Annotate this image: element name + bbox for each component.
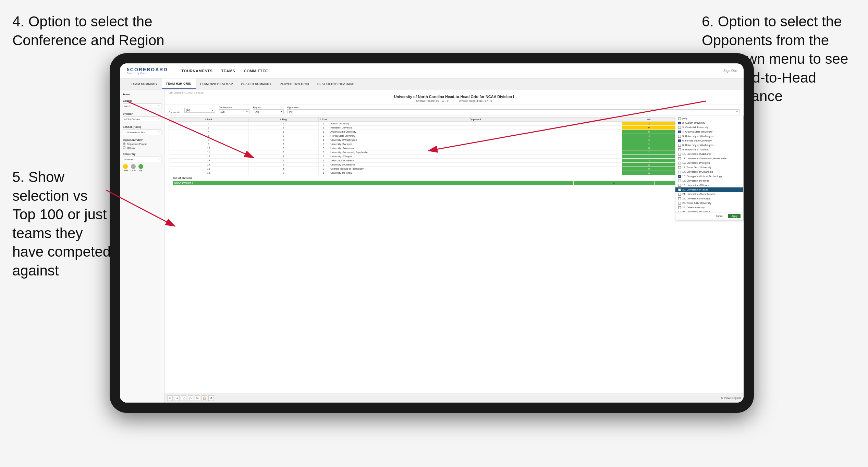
toolbar-refresh[interactable]: ↺: [208, 395, 214, 401]
top100-radio[interactable]: Top 100: [123, 146, 161, 149]
opponent-select[interactable]: (All) ▾: [287, 109, 739, 114]
grid-area-wrapper: # Rank # Reg # Conf Opponent Win Loss 2: [164, 116, 744, 393]
opponent-view-section: Opponent View Opponents Played Top 100: [123, 138, 161, 149]
col-opponent: Opponent: [329, 118, 622, 122]
col-win: Win: [622, 118, 676, 122]
dropdown-item[interactable]: 16. University of Florida: [675, 179, 743, 183]
nav-sign-out[interactable]: Sign Out: [723, 69, 737, 73]
table-row: 16 2 1 University of Florida 1 1: [169, 171, 739, 175]
table-row: 3 2 1 Vanderbilt University 0 4: [169, 126, 739, 130]
toolbar-forward[interactable]: ▷: [188, 395, 193, 401]
region-select[interactable]: (All) ▾: [253, 109, 284, 114]
cell-win: 2: [622, 122, 676, 126]
sub-nav-player-h2h-grid[interactable]: PLAYER H2H GRID: [276, 78, 313, 89]
table-row: 2 1 1 Auburn University 2 1: [169, 122, 739, 126]
cell-opponent: University of Florida: [329, 171, 622, 175]
opponents-played-label: Opponents Played: [127, 143, 147, 145]
cell-opponent: Auburn University: [329, 122, 622, 126]
opponent-label: Opponent: [287, 106, 739, 109]
dropdown-item[interactable]: 5. University of Washington: [675, 134, 743, 138]
table-row: 12 3 2 University of Virginia 1 0: [169, 155, 739, 159]
legend-level-label: Level: [131, 170, 135, 172]
sub-nav-team-summary[interactable]: TEAM SUMMARY: [127, 78, 162, 89]
cancel-button[interactable]: Cancel: [713, 214, 726, 218]
content-area: Team Gender Men's ▾ Division NCAA Divisi…: [120, 89, 744, 403]
dropdown-item-label: 13. Texas Tech University: [682, 166, 711, 169]
checkbox-icon: [678, 135, 681, 138]
data-table-container: # Rank # Reg # Conf Opponent Win Loss 2: [164, 116, 744, 393]
cell-conf: 3: [318, 150, 329, 155]
colour-by-input[interactable]: Win/loss ▾: [123, 157, 161, 162]
apply-button[interactable]: Apply: [728, 214, 741, 218]
dropdown-item[interactable]: 24. Duke University: [675, 205, 743, 210]
nav-teams[interactable]: TEAMS: [221, 69, 235, 73]
toolbar-copy[interactable]: ⧉: [195, 395, 200, 401]
dropdown-item[interactable]: 18. University of Illinois: [675, 183, 743, 187]
opponents-select[interactable]: (All) ▾: [184, 108, 215, 113]
toolbar-back[interactable]: ◁: [181, 395, 186, 401]
dropdown-item[interactable]: 9. University of Arizona: [675, 147, 743, 152]
legend-down: Down: [123, 164, 128, 172]
table-row: 9 3 3 University of Arizona 1 0: [169, 142, 739, 146]
cell-opponent: Florida State University: [329, 134, 622, 138]
cell-conf: 1: [318, 138, 329, 142]
dropdown-item[interactable]: 23. Texas A&M University: [675, 201, 743, 205]
filter-opponent: Opponent (All) ▾: [287, 106, 739, 114]
dropdown-item[interactable]: 11. University of Arkansas, Fayetteville: [675, 156, 743, 161]
dropdown-item[interactable]: 3. Vanderbilt University: [675, 125, 743, 130]
dropdown-item[interactable]: 20. University of Texas: [675, 187, 743, 192]
dropdown-item[interactable]: 14. University of Oklahoma: [675, 170, 743, 174]
dropdown-item[interactable]: 8. University of Washington: [675, 143, 743, 147]
dropdown-item[interactable]: ✓2. Auburn University: [675, 121, 743, 125]
dropdown-item[interactable]: 21. University of New Mexico: [675, 192, 743, 196]
dropdown-item-label: 9. University of Arizona: [682, 148, 709, 151]
cell-conf: 2: [318, 155, 329, 159]
cell-opponent: University of Alabama: [329, 146, 622, 150]
nav-tournaments[interactable]: TOURNAMENTS: [182, 69, 213, 73]
checkbox-icon: [678, 171, 681, 173]
cell-opponent: University of Arizona: [329, 142, 622, 146]
sub-nav-player-summary[interactable]: PLAYER SUMMARY: [237, 78, 276, 89]
colour-by-chevron-icon: ▾: [158, 158, 160, 161]
dropdown-item-label: 10. University of Alabama: [682, 152, 711, 156]
dropdown-item[interactable]: 12. University of Virginia: [675, 161, 743, 165]
checkbox-icon: ✓: [678, 131, 681, 133]
sub-nav-team-h2h-grid[interactable]: TEAM H2H GRID: [162, 78, 196, 89]
cell-reg: 4: [248, 167, 318, 171]
col-reg: # Reg: [248, 118, 318, 122]
toolbar-paste[interactable]: 📋: [201, 395, 207, 401]
checkbox-icon: [678, 197, 681, 200]
checkbox-icon: [678, 184, 681, 187]
sub-nav-team-h2h-heatmap[interactable]: TEAM H2H HEATMAP: [196, 78, 237, 89]
conference-select[interactable]: (All) ▾: [219, 109, 249, 114]
toolbar-redo[interactable]: ↪: [174, 395, 180, 401]
opponents-played-radio[interactable]: Opponents Played: [123, 143, 161, 145]
table-header-row: # Rank # Reg # Conf Opponent Win Loss: [169, 118, 739, 122]
dropdown-item[interactable]: ✓6. Florida State University: [675, 138, 743, 143]
dropdown-item[interactable]: 10. University of Alabama: [675, 152, 743, 156]
dropdown-item[interactable]: 22. University of Georgia: [675, 196, 743, 201]
cell-reg: 1: [248, 130, 318, 134]
dropdown-item-label: 20. University of Texas: [682, 188, 708, 191]
checkbox-icon: [678, 144, 681, 147]
sidebar-gender-input[interactable]: Men's ▾: [123, 103, 161, 109]
cell-conf: 1: [318, 130, 329, 134]
sidebar-division-input[interactable]: NCAA Division I ▾: [123, 116, 161, 122]
toolbar-undo[interactable]: ↩: [167, 395, 173, 401]
sidebar-school-input[interactable]: 1. University of Nort... ▾: [123, 130, 161, 135]
legend-up-label: Up: [139, 170, 142, 172]
nav-committee[interactable]: COMMITTEE: [244, 69, 268, 73]
dropdown-item[interactable]: 25. University of Oregon: [675, 210, 743, 212]
dropdown-item[interactable]: ✓15. Georgia Institute of Technology: [675, 174, 743, 179]
dropdown-item[interactable]: 13. Texas Tech University: [675, 165, 743, 170]
sub-nav-player-h2h-heatmap[interactable]: PLAYER H2H HEATMAP: [313, 78, 358, 89]
dropdown-item-label: 11. University of Arkansas, Fayetteville: [682, 157, 726, 160]
table-row: 14 2 2 University of Oklahoma 2 2: [169, 163, 739, 167]
division-record: Division Record: 88 - 17 - 0: [459, 99, 492, 102]
dropdown-item[interactable]: ✓4. Arizona State University: [675, 130, 743, 134]
school-chevron-icon: ▾: [158, 131, 160, 134]
dropdown-item[interactable]: (All): [675, 116, 743, 121]
cell-win: 3: [622, 146, 676, 150]
cell-conf: 2: [318, 163, 329, 167]
out-of-division: Out of division NCAA Division II 1 0: [169, 175, 739, 186]
